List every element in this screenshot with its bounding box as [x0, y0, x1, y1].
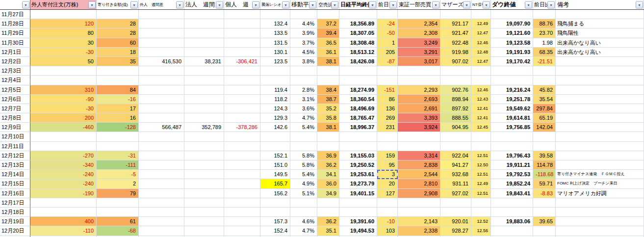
cell-hojin-weekly[interactable]	[184, 10, 224, 19]
cell-nikkei-change[interactable]: -10	[377, 217, 398, 226]
cell-tosho-volume[interactable]: 2,691	[398, 104, 440, 113]
cell-toraku-ratio[interactable]: 123.5	[260, 57, 290, 66]
cell-moving-average[interactable]	[290, 132, 317, 141]
cell-kojin-weekly[interactable]	[224, 189, 260, 198]
cell-gaijin-yoritsuki-orders[interactable]	[30, 142, 97, 151]
cell-mothers[interactable]: 922.48	[440, 38, 471, 48]
cell-nikkei-close[interactable]: 18,360.54	[339, 95, 377, 104]
filter-dropdown-icon[interactable]: ▼	[130, 1, 138, 8]
cell-toraku-ratio[interactable]	[260, 10, 290, 19]
cell-karauri-ratio[interactable]: 36.2	[317, 217, 339, 226]
cell-hojin-weekly[interactable]	[184, 160, 224, 170]
cell-moving-average[interactable]	[290, 66, 317, 76]
cell-yoritsuki-amount[interactable]: 35	[97, 57, 139, 66]
cell-gaijin-weekly[interactable]	[139, 28, 184, 38]
date-cell[interactable]: 12月12日	[0, 151, 30, 160]
cell-nikkei-change[interactable]: -50	[377, 28, 398, 38]
cell-tosho-volume[interactable]	[398, 76, 440, 85]
cell-karauri-ratio[interactable]: 39.4	[317, 28, 339, 38]
cell-toraku-ratio[interactable]	[260, 142, 290, 151]
cell-nikkei-change[interactable]	[377, 66, 398, 76]
cell-biko[interactable]: 出来高かなり高い	[556, 48, 644, 57]
cell-mothers[interactable]	[440, 142, 471, 151]
cell-gaijin-weekly[interactable]	[139, 151, 184, 160]
cell-nt-ratio[interactable]: 12.49	[471, 179, 491, 188]
cell-moving-average[interactable]: 3.9%	[290, 28, 317, 38]
cell-nt-ratio[interactable]: 12.49	[471, 19, 491, 28]
cell-kojin-weekly[interactable]	[224, 151, 260, 160]
cell-biko[interactable]	[556, 160, 644, 170]
cell-nikkei-close[interactable]: 18,308.48	[339, 38, 377, 48]
cell-nikkei-change[interactable]: 159	[377, 151, 398, 160]
date-cell[interactable]: 11月29日	[0, 28, 30, 38]
cell-yoritsuki-amount[interactable]: 60	[97, 38, 139, 48]
cell-nt-ratio[interactable]: 12.46	[471, 38, 491, 48]
cell-dow-close[interactable]	[491, 76, 533, 85]
cell-nikkei-close[interactable]	[339, 142, 377, 151]
cell-tosho-volume[interactable]: 2,308	[398, 28, 440, 38]
cell-tosho-volume[interactable]	[398, 208, 440, 217]
cell-moving-average[interactable]: 4.7%	[290, 226, 317, 236]
filter-dropdown-icon[interactable]: ▼	[176, 1, 183, 8]
cell-dow-change[interactable]: -118.68	[533, 170, 556, 179]
cell-moving-average[interactable]	[290, 198, 317, 208]
cell-gaijin-yoritsuki-orders[interactable]: -30	[30, 104, 97, 113]
date-cell[interactable]: 12月4日	[0, 76, 30, 85]
cell-toraku-ratio[interactable]: 156.2	[260, 189, 290, 198]
cell-karauri-ratio[interactable]: 38.1	[317, 57, 339, 66]
cell-kojin-weekly[interactable]	[224, 10, 260, 19]
cell-yoritsuki-amount[interactable]: 28	[97, 28, 139, 38]
cell-biko[interactable]	[556, 151, 644, 160]
cell-nikkei-close[interactable]: 19,391.60	[339, 217, 377, 226]
cell-gaijin-yoritsuki-orders[interactable]: -30	[30, 48, 97, 57]
cell-hojin-weekly[interactable]	[184, 95, 224, 104]
cell-yoritsuki-amount[interactable]	[97, 142, 139, 151]
cell-biko[interactable]	[556, 57, 644, 66]
cell-yoritsuki-amount[interactable]: 79	[97, 189, 139, 198]
cell-biko[interactable]: 飛鳥陽性	[556, 28, 644, 38]
cell-mothers[interactable]: 928.27	[440, 226, 471, 236]
cell-dow-change[interactable]: 39.65	[533, 217, 556, 226]
date-cell[interactable]: 12月7日	[0, 104, 30, 113]
date-cell[interactable]: 12月15日	[0, 179, 30, 188]
cell-nt-ratio[interactable]: 12.51	[471, 151, 491, 160]
cell-karauri-ratio[interactable]: 35.8	[317, 113, 339, 123]
cell-moving-average[interactable]: 3.6%	[290, 104, 317, 113]
cell-dow-change[interactable]: 65.19	[533, 113, 556, 123]
cell-biko[interactable]	[556, 208, 644, 217]
cell-gaijin-yoritsuki-orders[interactable]: 120	[30, 19, 97, 28]
cell-dow-close[interactable]	[491, 208, 533, 217]
cell-moving-average[interactable]: 2.8%	[290, 85, 317, 95]
date-cell[interactable]: 12月13日	[0, 160, 30, 170]
cell-nt-ratio[interactable]	[471, 142, 491, 151]
cell-karauri-ratio[interactable]: 37.2	[317, 19, 339, 28]
cell-moving-average[interactable]: 5.4%	[290, 123, 317, 132]
cell-toraku-ratio[interactable]: 142.6	[260, 123, 290, 132]
cell-kojin-weekly[interactable]	[224, 170, 260, 179]
cell-gaijin-weekly[interactable]	[139, 66, 184, 76]
cell-gaijin-weekly[interactable]	[139, 189, 184, 198]
cell-dow-change[interactable]	[533, 142, 556, 151]
cell-nt-ratio[interactable]	[471, 132, 491, 141]
cell-mothers[interactable]: 904.95	[440, 123, 471, 132]
cell-yoritsuki-amount[interactable]	[97, 66, 139, 76]
cell-nikkei-change[interactable]	[377, 76, 398, 85]
cell-toraku-ratio[interactable]	[260, 66, 290, 76]
cell-gaijin-yoritsuki-orders[interactable]	[30, 208, 97, 217]
cell-dow-close[interactable]: 19,792.53	[491, 170, 533, 179]
cell-karauri-ratio[interactable]	[317, 66, 339, 76]
cell-dow-change[interactable]: 23.70	[533, 28, 556, 38]
cell-tosho-volume[interactable]: 2,693	[398, 95, 440, 104]
cell-moving-average[interactable]: 5.8%	[290, 160, 317, 170]
cell-karauri-ratio[interactable]: 36.9	[317, 151, 339, 160]
date-cell[interactable]: 12月2日	[0, 57, 30, 66]
cell-nikkei-close[interactable]: 18,496.69	[339, 104, 377, 113]
cell-toraku-ratio[interactable]	[260, 208, 290, 217]
cell-nt-ratio[interactable]: 12.50	[471, 160, 491, 170]
cell-nikkei-close[interactable]: 19,401.15	[339, 189, 377, 198]
cell-yoritsuki-amount[interactable]	[97, 76, 139, 85]
cell-gaijin-weekly[interactable]	[139, 85, 184, 95]
cell-nikkei-change[interactable]	[377, 198, 398, 208]
cell-mothers[interactable]: 888.55	[440, 113, 471, 123]
cell-dow-change[interactable]: 114.78	[533, 160, 556, 170]
